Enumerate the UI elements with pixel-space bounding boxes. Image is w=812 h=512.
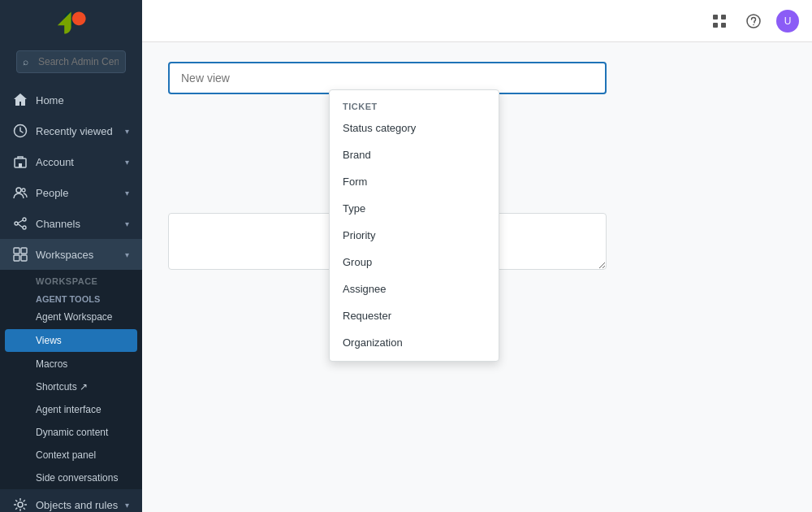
dropdown-item-organization[interactable]: Organization (330, 329, 499, 356)
sidebar-item-people-label: People (36, 187, 125, 199)
home-icon (13, 93, 28, 107)
dropdown-container: Ticket Status category Brand Form Type P… (329, 89, 499, 362)
dropdown-item-type[interactable]: Type (330, 195, 499, 222)
dropdown-item-status-category[interactable]: Status category (330, 115, 499, 141)
sidebar-item-side-conversations[interactable]: Side conversations (0, 466, 142, 489)
svg-point-6 (23, 218, 26, 221)
people-icon (13, 185, 28, 200)
dropdown-item-group[interactable]: Group (330, 249, 499, 276)
sidebar-item-account-label: Account (36, 156, 125, 168)
sidebar: ⌕ Home Recently viewed ▾ Account ▾ Peopl… (0, 0, 142, 512)
svg-point-4 (22, 189, 25, 192)
sidebar-item-agent-interface[interactable]: Agent interface (0, 398, 142, 421)
svg-rect-9 (21, 248, 27, 254)
sidebar-item-context-panel[interactable]: Context panel (0, 444, 142, 466)
chevron-down-icon: ▾ (125, 501, 129, 510)
svg-rect-15 (713, 23, 718, 28)
sidebar-item-views[interactable]: Views (5, 329, 137, 352)
dropdown-item-requester[interactable]: Requester (330, 302, 499, 329)
chevron-down-icon: ▾ (125, 219, 129, 228)
svg-rect-8 (14, 248, 19, 254)
help-icon[interactable] (742, 10, 765, 33)
sidebar-item-workspaces[interactable]: Workspaces ▾ (0, 239, 142, 270)
svg-rect-16 (721, 23, 726, 28)
sidebar-item-account[interactable]: Account ▾ (0, 146, 142, 177)
workspace-section-label: Workspace (0, 270, 142, 289)
sidebar-item-people[interactable]: People ▾ (0, 177, 142, 208)
svg-point-12 (18, 502, 23, 507)
zendesk-logo (55, 11, 88, 34)
dropdown-menu: Ticket Status category Brand Form Type P… (329, 89, 499, 362)
svg-rect-2 (19, 163, 22, 167)
dropdown-item-priority[interactable]: Priority (330, 222, 499, 249)
sidebar-item-objects-and-rules[interactable]: Objects and rules ▾ (0, 489, 142, 512)
sidebar-item-home-label: Home (36, 94, 129, 106)
sidebar-item-macros[interactable]: Macros (0, 353, 142, 375)
main-content: U Ticket Status category Brand Form Type… (142, 0, 812, 512)
sidebar-item-channels[interactable]: Channels ▾ (0, 208, 142, 239)
svg-point-17 (747, 15, 760, 28)
svg-point-18 (753, 24, 754, 25)
search-wrap: ⌕ (0, 46, 142, 85)
content-area: Ticket Status category Brand Form Type P… (142, 42, 812, 512)
logo (0, 0, 142, 46)
svg-point-5 (15, 222, 18, 225)
svg-point-3 (16, 188, 21, 193)
svg-rect-14 (721, 15, 726, 20)
avatar-initials: U (784, 15, 792, 27)
search-input[interactable] (16, 50, 126, 73)
building-icon (13, 154, 28, 169)
svg-rect-13 (713, 15, 718, 20)
chevron-down-icon: ▾ (125, 250, 129, 259)
sidebar-item-shortcuts[interactable]: Shortcuts ↗ (0, 375, 142, 398)
chevron-down-icon: ▾ (125, 127, 129, 136)
sidebar-item-objects-label: Objects and rules (36, 499, 125, 511)
dropdown-item-form[interactable]: Form (330, 168, 499, 195)
sidebar-item-home[interactable]: Home (0, 85, 142, 115)
clock-icon (13, 124, 28, 138)
sidebar-item-recently-viewed-label: Recently viewed (36, 125, 125, 137)
grid-icon[interactable] (708, 10, 731, 33)
dropdown-item-assignee[interactable]: Assignee (330, 276, 499, 302)
sidebar-item-agent-workspace[interactable]: Agent Workspace (0, 306, 142, 328)
channels-icon (13, 216, 28, 231)
sidebar-item-recently-viewed[interactable]: Recently viewed ▾ (0, 115, 142, 146)
svg-rect-10 (14, 255, 19, 261)
search-container: ⌕ (8, 46, 134, 78)
search-icon: ⌕ (23, 56, 28, 67)
chevron-down-icon: ▾ (125, 189, 129, 197)
user-avatar[interactable]: U (776, 10, 799, 33)
svg-point-7 (23, 226, 26, 229)
sidebar-item-workspaces-label: Workspaces (36, 249, 125, 261)
topbar: U (142, 0, 812, 42)
svg-rect-11 (21, 255, 27, 261)
chevron-down-icon: ▾ (125, 158, 129, 167)
workspaces-icon (13, 247, 28, 262)
dropdown-header: Ticket (330, 95, 499, 115)
workspaces-submenu: Workspace Agent tools Agent Workspace Vi… (0, 270, 142, 489)
sidebar-item-dynamic-content[interactable]: Dynamic content (0, 421, 142, 444)
dropdown-item-brand[interactable]: Brand (330, 141, 499, 168)
agent-tools-label: Agent tools (0, 289, 142, 306)
objects-icon (13, 497, 28, 512)
sidebar-item-channels-label: Channels (36, 218, 125, 230)
